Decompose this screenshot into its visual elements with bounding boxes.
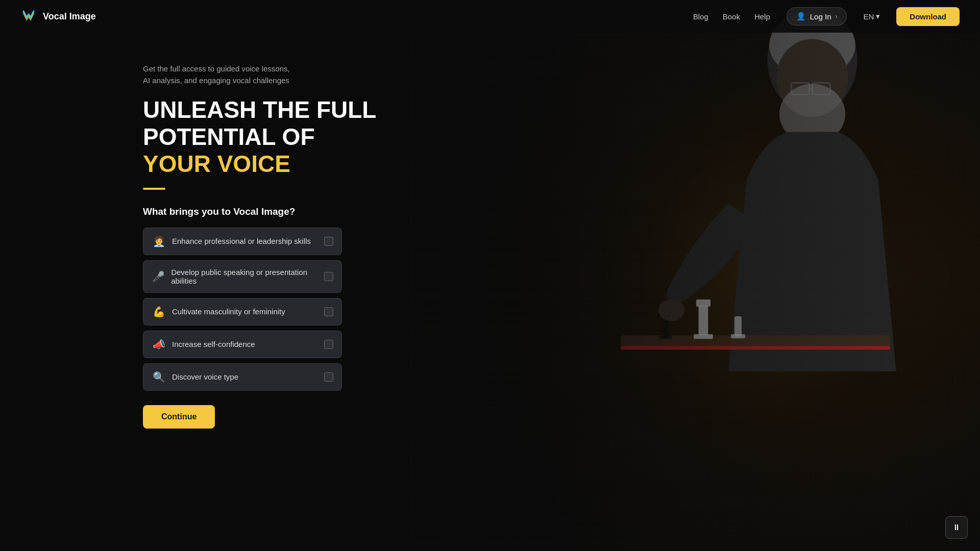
nav-book-link[interactable]: Book xyxy=(723,12,740,21)
option-voice-type-checkbox[interactable] xyxy=(324,372,333,382)
chevron-down-icon: ▾ xyxy=(876,12,880,21)
option-voice-type-label: Discover voice type xyxy=(172,372,238,381)
hero-subtitle: Get the full access to guided voice less… xyxy=(143,63,337,86)
download-button[interactable]: Download xyxy=(896,7,960,26)
option-confidence-checkbox[interactable] xyxy=(324,340,333,349)
masculinity-icon: 💪 xyxy=(152,306,166,318)
option-confidence-label: Increase self-confidence xyxy=(172,340,255,348)
brand: Vocal Image xyxy=(20,8,96,24)
option-speaking-checkbox[interactable] xyxy=(324,272,333,281)
speaking-icon: 🎤 xyxy=(152,270,165,283)
option-professional-label: Enhance professional or leadership skill… xyxy=(172,237,311,245)
user-icon: 👤 xyxy=(796,12,806,21)
continue-button[interactable]: Continue xyxy=(143,405,215,429)
language-selector[interactable]: EN ▾ xyxy=(863,12,880,21)
brand-logo xyxy=(20,8,37,24)
option-voice-type[interactable]: 🔍 Discover voice type xyxy=(143,363,342,391)
lang-label: EN xyxy=(863,12,874,21)
headline-divider xyxy=(143,188,165,190)
option-masculinity-label: Cultivate masculinity or femininity xyxy=(172,307,285,316)
nav-links: Blog Book Help xyxy=(693,12,770,21)
voice-type-icon: 🔍 xyxy=(152,371,166,383)
brand-name: Vocal Image xyxy=(43,11,96,22)
option-speaking[interactable]: 🎤 Develop public speaking or presentatio… xyxy=(143,260,342,293)
option-masculinity-checkbox[interactable] xyxy=(324,307,333,316)
option-professional-checkbox[interactable] xyxy=(324,237,333,246)
option-speaking-label: Develop public speaking or presentation … xyxy=(171,268,324,285)
pause-button[interactable]: ⏸ xyxy=(945,516,968,539)
login-button[interactable]: 👤 Log In › xyxy=(787,7,847,26)
nav-help-link[interactable]: Help xyxy=(754,12,770,21)
main-content: Get the full access to guided voice less… xyxy=(0,33,980,429)
nav-right: Blog Book Help 👤 Log In › EN ▾ Download xyxy=(693,7,960,26)
survey-question: What brings you to Vocal Image? xyxy=(143,206,980,217)
options-list: 🧑‍💼 Enhance professional or leadership s… xyxy=(143,228,342,391)
chevron-right-icon: › xyxy=(835,13,837,20)
professional-icon: 🧑‍💼 xyxy=(152,235,166,247)
navbar: Vocal Image Blog Book Help 👤 Log In › EN… xyxy=(0,0,980,33)
pause-icon: ⏸ xyxy=(952,523,961,532)
nav-blog-link[interactable]: Blog xyxy=(693,12,708,21)
option-professional[interactable]: 🧑‍💼 Enhance professional or leadership s… xyxy=(143,228,342,255)
option-confidence[interactable]: 📣 Increase self-confidence xyxy=(143,331,342,358)
option-masculinity[interactable]: 💪 Cultivate masculinity or femininity xyxy=(143,298,342,325)
hero-headline: UNLEASH THE FULL POTENTIAL OF YOUR VOICE xyxy=(143,96,388,178)
confidence-icon: 📣 xyxy=(152,338,166,350)
login-label: Log In xyxy=(810,12,831,21)
